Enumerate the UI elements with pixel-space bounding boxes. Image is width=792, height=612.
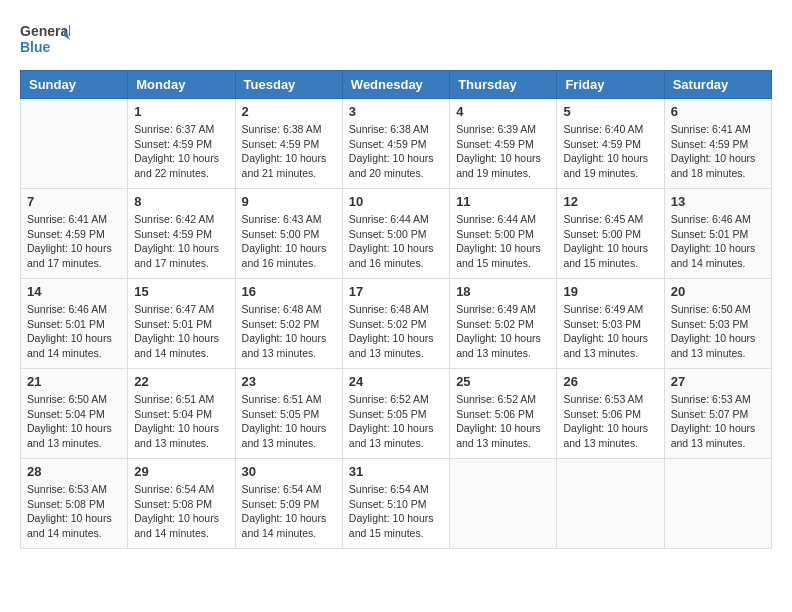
day-number: 28 [27, 464, 121, 479]
calendar-cell: 20 Sunrise: 6:50 AMSunset: 5:03 PMDaylig… [664, 279, 771, 369]
day-info: Sunrise: 6:43 AMSunset: 5:00 PMDaylight:… [242, 212, 336, 271]
calendar-cell: 11 Sunrise: 6:44 AMSunset: 5:00 PMDaylig… [450, 189, 557, 279]
col-header-friday: Friday [557, 71, 664, 99]
day-number: 14 [27, 284, 121, 299]
svg-text:Blue: Blue [20, 39, 51, 55]
calendar-cell: 22 Sunrise: 6:51 AMSunset: 5:04 PMDaylig… [128, 369, 235, 459]
day-number: 29 [134, 464, 228, 479]
col-header-thursday: Thursday [450, 71, 557, 99]
calendar-week-row: 7 Sunrise: 6:41 AMSunset: 4:59 PMDayligh… [21, 189, 772, 279]
day-info: Sunrise: 6:47 AMSunset: 5:01 PMDaylight:… [134, 302, 228, 361]
calendar-cell: 29 Sunrise: 6:54 AMSunset: 5:08 PMDaylig… [128, 459, 235, 549]
day-number: 4 [456, 104, 550, 119]
calendar-week-row: 28 Sunrise: 6:53 AMSunset: 5:08 PMDaylig… [21, 459, 772, 549]
day-info: Sunrise: 6:48 AMSunset: 5:02 PMDaylight:… [242, 302, 336, 361]
day-info: Sunrise: 6:45 AMSunset: 5:00 PMDaylight:… [563, 212, 657, 271]
calendar-week-row: 1 Sunrise: 6:37 AMSunset: 4:59 PMDayligh… [21, 99, 772, 189]
day-number: 16 [242, 284, 336, 299]
day-number: 3 [349, 104, 443, 119]
day-info: Sunrise: 6:54 AMSunset: 5:10 PMDaylight:… [349, 482, 443, 541]
day-info: Sunrise: 6:50 AMSunset: 5:03 PMDaylight:… [671, 302, 765, 361]
calendar-cell: 16 Sunrise: 6:48 AMSunset: 5:02 PMDaylig… [235, 279, 342, 369]
col-header-sunday: Sunday [21, 71, 128, 99]
calendar-cell: 3 Sunrise: 6:38 AMSunset: 4:59 PMDayligh… [342, 99, 449, 189]
day-info: Sunrise: 6:53 AMSunset: 5:08 PMDaylight:… [27, 482, 121, 541]
day-number: 26 [563, 374, 657, 389]
day-number: 20 [671, 284, 765, 299]
day-number: 13 [671, 194, 765, 209]
day-number: 30 [242, 464, 336, 479]
calendar-cell: 7 Sunrise: 6:41 AMSunset: 4:59 PMDayligh… [21, 189, 128, 279]
calendar-cell: 6 Sunrise: 6:41 AMSunset: 4:59 PMDayligh… [664, 99, 771, 189]
calendar-cell [21, 99, 128, 189]
day-number: 2 [242, 104, 336, 119]
day-number: 31 [349, 464, 443, 479]
day-number: 12 [563, 194, 657, 209]
calendar-cell: 12 Sunrise: 6:45 AMSunset: 5:00 PMDaylig… [557, 189, 664, 279]
day-number: 10 [349, 194, 443, 209]
day-number: 18 [456, 284, 550, 299]
calendar-header-row: SundayMondayTuesdayWednesdayThursdayFrid… [21, 71, 772, 99]
page-header: General Blue [20, 20, 772, 60]
col-header-tuesday: Tuesday [235, 71, 342, 99]
day-number: 25 [456, 374, 550, 389]
day-number: 17 [349, 284, 443, 299]
day-number: 23 [242, 374, 336, 389]
calendar-cell: 19 Sunrise: 6:49 AMSunset: 5:03 PMDaylig… [557, 279, 664, 369]
calendar-cell [664, 459, 771, 549]
calendar-table: SundayMondayTuesdayWednesdayThursdayFrid… [20, 70, 772, 549]
calendar-cell [450, 459, 557, 549]
calendar-cell: 15 Sunrise: 6:47 AMSunset: 5:01 PMDaylig… [128, 279, 235, 369]
calendar-cell: 1 Sunrise: 6:37 AMSunset: 4:59 PMDayligh… [128, 99, 235, 189]
calendar-cell: 28 Sunrise: 6:53 AMSunset: 5:08 PMDaylig… [21, 459, 128, 549]
day-info: Sunrise: 6:49 AMSunset: 5:02 PMDaylight:… [456, 302, 550, 361]
day-info: Sunrise: 6:46 AMSunset: 5:01 PMDaylight:… [671, 212, 765, 271]
day-number: 19 [563, 284, 657, 299]
day-info: Sunrise: 6:50 AMSunset: 5:04 PMDaylight:… [27, 392, 121, 451]
day-number: 8 [134, 194, 228, 209]
day-info: Sunrise: 6:44 AMSunset: 5:00 PMDaylight:… [349, 212, 443, 271]
calendar-cell: 25 Sunrise: 6:52 AMSunset: 5:06 PMDaylig… [450, 369, 557, 459]
day-number: 15 [134, 284, 228, 299]
day-info: Sunrise: 6:52 AMSunset: 5:05 PMDaylight:… [349, 392, 443, 451]
calendar-cell: 30 Sunrise: 6:54 AMSunset: 5:09 PMDaylig… [235, 459, 342, 549]
day-number: 21 [27, 374, 121, 389]
calendar-cell: 23 Sunrise: 6:51 AMSunset: 5:05 PMDaylig… [235, 369, 342, 459]
calendar-cell: 21 Sunrise: 6:50 AMSunset: 5:04 PMDaylig… [21, 369, 128, 459]
day-number: 7 [27, 194, 121, 209]
day-info: Sunrise: 6:54 AMSunset: 5:08 PMDaylight:… [134, 482, 228, 541]
day-number: 27 [671, 374, 765, 389]
calendar-cell: 9 Sunrise: 6:43 AMSunset: 5:00 PMDayligh… [235, 189, 342, 279]
calendar-cell: 26 Sunrise: 6:53 AMSunset: 5:06 PMDaylig… [557, 369, 664, 459]
day-info: Sunrise: 6:38 AMSunset: 4:59 PMDaylight:… [349, 122, 443, 181]
day-info: Sunrise: 6:53 AMSunset: 5:06 PMDaylight:… [563, 392, 657, 451]
day-info: Sunrise: 6:41 AMSunset: 4:59 PMDaylight:… [671, 122, 765, 181]
calendar-cell: 24 Sunrise: 6:52 AMSunset: 5:05 PMDaylig… [342, 369, 449, 459]
day-info: Sunrise: 6:52 AMSunset: 5:06 PMDaylight:… [456, 392, 550, 451]
day-info: Sunrise: 6:54 AMSunset: 5:09 PMDaylight:… [242, 482, 336, 541]
col-header-saturday: Saturday [664, 71, 771, 99]
day-info: Sunrise: 6:40 AMSunset: 4:59 PMDaylight:… [563, 122, 657, 181]
day-number: 5 [563, 104, 657, 119]
day-info: Sunrise: 6:42 AMSunset: 4:59 PMDaylight:… [134, 212, 228, 271]
day-info: Sunrise: 6:49 AMSunset: 5:03 PMDaylight:… [563, 302, 657, 361]
calendar-cell: 27 Sunrise: 6:53 AMSunset: 5:07 PMDaylig… [664, 369, 771, 459]
calendar-cell: 2 Sunrise: 6:38 AMSunset: 4:59 PMDayligh… [235, 99, 342, 189]
day-number: 11 [456, 194, 550, 209]
logo: General Blue [20, 20, 70, 60]
calendar-week-row: 21 Sunrise: 6:50 AMSunset: 5:04 PMDaylig… [21, 369, 772, 459]
calendar-cell: 8 Sunrise: 6:42 AMSunset: 4:59 PMDayligh… [128, 189, 235, 279]
day-info: Sunrise: 6:39 AMSunset: 4:59 PMDaylight:… [456, 122, 550, 181]
calendar-cell: 18 Sunrise: 6:49 AMSunset: 5:02 PMDaylig… [450, 279, 557, 369]
day-info: Sunrise: 6:41 AMSunset: 4:59 PMDaylight:… [27, 212, 121, 271]
calendar-cell: 14 Sunrise: 6:46 AMSunset: 5:01 PMDaylig… [21, 279, 128, 369]
day-info: Sunrise: 6:44 AMSunset: 5:00 PMDaylight:… [456, 212, 550, 271]
day-number: 22 [134, 374, 228, 389]
calendar-cell: 13 Sunrise: 6:46 AMSunset: 5:01 PMDaylig… [664, 189, 771, 279]
calendar-cell: 31 Sunrise: 6:54 AMSunset: 5:10 PMDaylig… [342, 459, 449, 549]
col-header-monday: Monday [128, 71, 235, 99]
day-info: Sunrise: 6:51 AMSunset: 5:05 PMDaylight:… [242, 392, 336, 451]
day-info: Sunrise: 6:53 AMSunset: 5:07 PMDaylight:… [671, 392, 765, 451]
day-info: Sunrise: 6:51 AMSunset: 5:04 PMDaylight:… [134, 392, 228, 451]
day-number: 1 [134, 104, 228, 119]
